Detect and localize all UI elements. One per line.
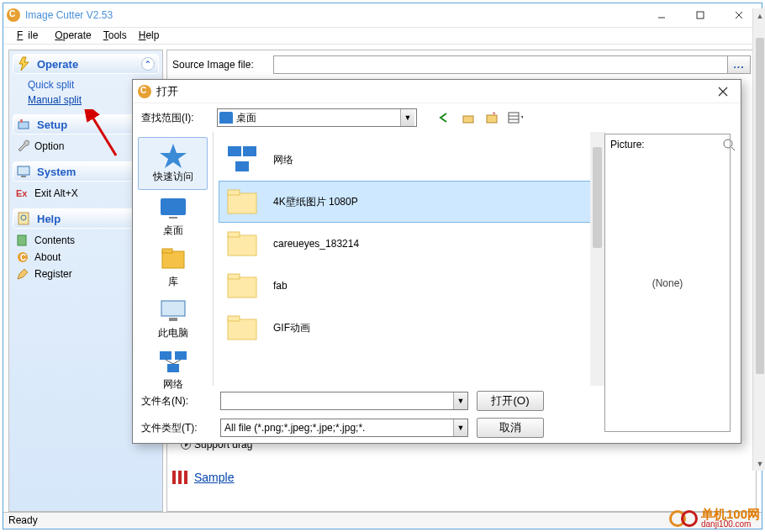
open-dialog: 打开 查找范围(I): 桌面 ▼ * 快速访问 桌面 — [132, 79, 741, 444]
sidebar-header-operate[interactable]: Operate ⌃ — [13, 54, 159, 74]
network-icon — [157, 349, 189, 376]
folder-icon — [224, 269, 260, 303]
svg-rect-16 — [172, 471, 176, 484]
svg-rect-10 — [18, 213, 29, 224]
app-icon — [138, 85, 151, 98]
svg-rect-30 — [162, 251, 184, 268]
svg-rect-1 — [697, 12, 704, 18]
filetype-combo[interactable]: All file (*.png;*.jpeg;*.jpe;*.jpg;*.▼ — [220, 419, 468, 437]
svg-rect-46 — [228, 277, 256, 298]
exit-icon: Ex — [16, 187, 31, 200]
collapse-icon[interactable]: ⌃ — [141, 57, 155, 71]
book-icon — [16, 234, 31, 247]
svg-line-37 — [166, 360, 173, 364]
system-icon — [17, 164, 32, 179]
place-computer[interactable]: 此电脑 — [133, 294, 213, 345]
svg-rect-31 — [162, 249, 172, 253]
app-icon — [7, 8, 20, 22]
dialog-title: 打开 — [156, 84, 710, 99]
svg-rect-49 — [228, 316, 240, 321]
setup-icon — [17, 117, 32, 132]
svg-line-51 — [731, 147, 735, 150]
place-network[interactable]: 网络 — [133, 345, 213, 397]
watermark: 单机100网 danji100.com — [669, 508, 760, 529]
svg-rect-34 — [160, 351, 171, 360]
chevron-down-icon[interactable]: ▼ — [400, 109, 414, 126]
preview-box: (None) — [604, 134, 731, 432]
lookin-label: 查找范围(I): — [141, 111, 212, 125]
up-icon[interactable] — [461, 110, 476, 125]
file-item-network[interactable]: 网络 — [219, 139, 599, 181]
desktop-icon — [157, 195, 189, 222]
filename-combo[interactable]: ▼ — [220, 392, 468, 410]
minimize-button[interactable] — [642, 3, 681, 28]
svg-rect-5 — [18, 122, 29, 129]
svg-rect-32 — [161, 301, 185, 316]
about-icon: C — [16, 250, 31, 264]
svg-rect-18 — [184, 471, 187, 484]
svg-rect-21 — [463, 116, 473, 123]
svg-text:*: * — [493, 112, 496, 119]
dialog-close-button[interactable] — [710, 82, 736, 101]
window-title: Image Cutter V2.53 — [25, 9, 642, 21]
svg-rect-28 — [161, 198, 186, 215]
svg-rect-35 — [175, 351, 187, 360]
menu-file[interactable]: File — [12, 29, 48, 42]
menubar: File Operate Tools Help — [3, 28, 762, 45]
svg-rect-48 — [228, 319, 256, 340]
watermark-logo-icon — [669, 510, 698, 527]
svg-rect-47 — [228, 274, 240, 279]
place-quickaccess[interactable]: 快速访问 — [138, 137, 208, 190]
filename-label: 文件名(N): — [141, 394, 212, 408]
view-menu-icon[interactable] — [508, 110, 523, 125]
cancel-button[interactable]: 取消 — [477, 418, 544, 438]
file-list: 网络 4K壁纸图片 1080P careueyes_183214 fab GIF… — [214, 132, 604, 386]
svg-rect-44 — [228, 235, 256, 255]
file-item-gif[interactable]: GIF动画 — [219, 307, 599, 349]
computer-icon — [157, 298, 189, 324]
pencil-icon — [16, 267, 31, 281]
statusbar: Ready — [3, 512, 762, 529]
svg-rect-39 — [228, 146, 241, 156]
svg-text:C: C — [20, 253, 26, 262]
source-input[interactable] — [273, 55, 727, 74]
sample-icon — [171, 469, 191, 486]
desktop-icon — [219, 112, 233, 124]
file-item-fab[interactable]: fab — [219, 265, 599, 307]
svg-rect-24 — [509, 113, 519, 123]
svg-rect-7 — [18, 166, 29, 175]
place-libraries[interactable]: 库 — [133, 243, 213, 294]
svg-marker-27 — [160, 144, 187, 168]
lookin-combo[interactable]: 桌面 ▼ — [217, 108, 417, 127]
back-icon[interactable] — [437, 110, 452, 125]
svg-rect-36 — [167, 364, 179, 372]
menu-operate[interactable]: Operate — [50, 29, 96, 42]
menu-help[interactable]: Help — [134, 29, 165, 42]
scrollbar-vertical[interactable]: ▲▼ — [752, 8, 765, 471]
svg-rect-8 — [21, 176, 26, 177]
file-item-careueyes[interactable]: careueyes_183214 — [219, 223, 599, 265]
new-folder-icon[interactable]: * — [484, 110, 499, 125]
filetype-label: 文件类型(T): — [141, 421, 212, 435]
wrench-icon — [16, 140, 31, 153]
svg-rect-45 — [228, 232, 240, 237]
svg-rect-6 — [20, 119, 23, 123]
file-item-4k[interactable]: 4K壁纸图片 1080P — [219, 181, 599, 223]
folder-icon — [224, 227, 260, 261]
browse-button[interactable]: ... — [727, 55, 751, 74]
network-icon — [224, 143, 260, 176]
menu-tools[interactable]: Tools — [98, 29, 132, 42]
folder-icon — [224, 185, 260, 219]
open-button[interactable]: 打开(O) — [477, 391, 544, 411]
svg-rect-12 — [18, 235, 26, 245]
maximize-button[interactable] — [681, 3, 720, 28]
titlebar: Image Cutter V2.53 — [3, 3, 762, 28]
svg-text:Ex: Ex — [16, 188, 28, 198]
svg-rect-29 — [169, 217, 177, 219]
places-bar: 快速访问 桌面 库 此电脑 网络 — [133, 132, 214, 386]
place-desktop[interactable]: 桌面 — [133, 192, 213, 243]
svg-rect-40 — [243, 146, 256, 156]
file-list-scrollbar[interactable] — [590, 132, 604, 386]
sample-link[interactable]: Sample — [171, 469, 234, 486]
source-label: Source Image file: — [172, 59, 273, 71]
